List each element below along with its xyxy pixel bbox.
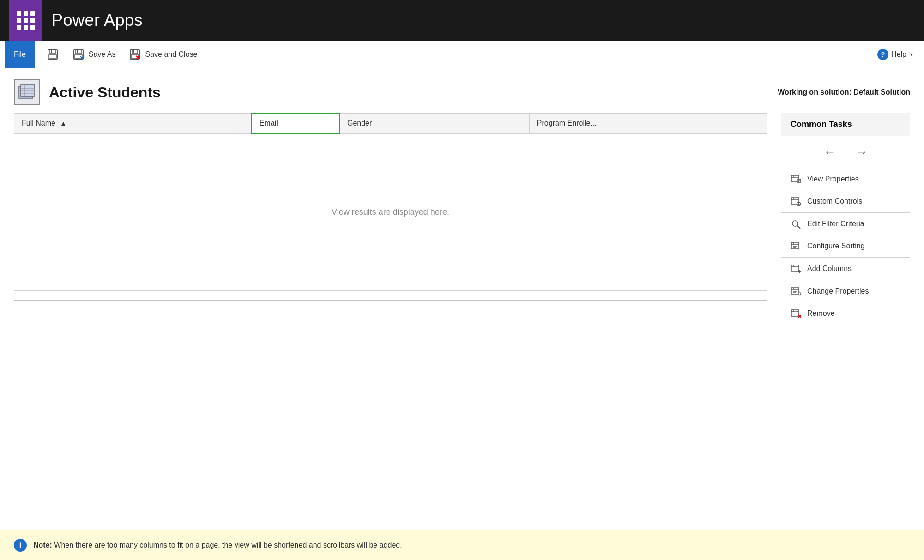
svg-rect-7 (77, 50, 78, 53)
dot (24, 25, 28, 30)
file-button[interactable]: File (5, 41, 35, 68)
col-header-email[interactable]: Email (252, 113, 339, 133)
add-columns-icon (791, 263, 802, 274)
save-as-label: Save As (89, 50, 116, 59)
svg-line-33 (797, 226, 801, 229)
svg-rect-10 (132, 50, 138, 54)
app-grid-icon (9, 0, 42, 41)
svg-rect-12 (133, 50, 134, 53)
empty-table-text: View results are displayed here. (332, 207, 449, 217)
svg-rect-0 (48, 50, 57, 59)
table-footer-line (14, 300, 767, 301)
task-section-3: Add Columns (781, 258, 910, 280)
nav-forward-button[interactable]: → (855, 145, 868, 159)
dot (24, 18, 28, 23)
nav-arrows: ← → (781, 136, 910, 168)
dot (30, 18, 35, 23)
col-header-gender[interactable]: Gender (339, 113, 529, 133)
svg-rect-3 (51, 50, 52, 53)
help-icon: ? (877, 49, 888, 60)
grid-dots (17, 11, 35, 30)
dot (17, 25, 21, 30)
edit-filter-button[interactable]: Edit Filter Criteria (781, 213, 910, 235)
task-section-2: Edit Filter Criteria Configure Sorting (781, 213, 910, 258)
save-and-close-button[interactable]: Save and Close (122, 43, 204, 66)
view-properties-icon (791, 174, 802, 185)
remove-icon (791, 308, 802, 319)
help-button[interactable]: ? Help ▾ (871, 45, 919, 64)
change-properties-button[interactable]: Change Properties (781, 280, 910, 302)
remove-button[interactable]: Remove (781, 302, 910, 325)
nav-back-button[interactable]: ← (823, 145, 836, 159)
save-icon (46, 48, 59, 61)
svg-point-32 (792, 221, 798, 226)
empty-table-area: View results are displayed here. (14, 134, 767, 291)
sort-arrow-fullname: ▲ (60, 120, 66, 127)
task-section-4: Change Properties Remove (781, 280, 910, 325)
help-dropdown-icon: ▾ (910, 51, 913, 58)
svg-rect-39 (791, 265, 799, 271)
dot (30, 25, 35, 30)
svg-point-8 (81, 57, 84, 60)
solution-text: Working on solution: Default Solution (778, 88, 910, 96)
page-header: Active Students Working on solution: Def… (0, 68, 924, 113)
note-bar: i Note: When there are too many columns … (0, 530, 924, 560)
col-header-fullname[interactable]: Full Name ▲ (14, 113, 252, 133)
svg-rect-34 (791, 242, 799, 249)
configure-sorting-label: Configure Sorting (807, 242, 865, 250)
add-columns-label: Add Columns (807, 265, 852, 273)
configure-sorting-icon (791, 241, 802, 252)
save-as-button[interactable]: Save As (66, 43, 122, 66)
dot (24, 11, 28, 16)
remove-label: Remove (807, 309, 835, 318)
table-area: Full Name ▲ Email Gender Program Enrolle… (14, 113, 767, 530)
custom-controls-label: Custom Controls (807, 197, 862, 205)
app-title: Power Apps (52, 11, 143, 30)
custom-controls-icon (791, 196, 802, 207)
svg-rect-5 (76, 50, 81, 54)
configure-sorting-button[interactable]: Configure Sorting (781, 235, 910, 257)
edit-filter-icon (791, 218, 802, 229)
page-title-area: Active Students (14, 79, 161, 105)
toolbar: File Save As (0, 41, 924, 68)
svg-rect-2 (49, 55, 56, 58)
main-content: Active Students Working on solution: Def… (0, 68, 924, 560)
dot (17, 11, 21, 16)
view-properties-label: View Properties (807, 175, 859, 183)
change-properties-label: Change Properties (807, 287, 869, 295)
save-close-label: Save and Close (145, 50, 197, 59)
common-tasks-header: Common Tasks (781, 113, 910, 136)
change-properties-icon (791, 286, 802, 297)
svg-rect-1 (50, 50, 55, 54)
save-button[interactable] (40, 43, 66, 66)
view-table: Full Name ▲ Email Gender Program Enrolle… (14, 113, 767, 134)
add-columns-button[interactable]: Add Columns (781, 258, 910, 280)
save-close-icon (128, 48, 141, 61)
common-tasks-panel: Common Tasks ← → Vi (781, 113, 910, 325)
edit-filter-label: Edit Filter Criteria (807, 220, 864, 228)
content-body: Full Name ▲ Email Gender Program Enrolle… (0, 113, 924, 530)
page-icon (14, 79, 40, 105)
svg-rect-44 (791, 288, 799, 294)
note-icon: i (14, 539, 27, 552)
note-text: Note: When there are too many columns to… (33, 541, 402, 549)
dot (17, 18, 21, 23)
col-header-program[interactable]: Program Enrolle... (529, 113, 767, 133)
svg-rect-21 (791, 175, 799, 182)
save-as-icon (72, 48, 85, 61)
help-label: Help (891, 50, 906, 59)
svg-rect-49 (791, 310, 799, 316)
svg-rect-16 (21, 84, 35, 96)
dot (30, 11, 35, 16)
page-title: Active Students (49, 84, 161, 101)
custom-controls-button[interactable]: Custom Controls (781, 190, 910, 212)
view-properties-button[interactable]: View Properties (781, 168, 910, 190)
svg-rect-26 (791, 198, 799, 204)
task-section-1: View Properties Custom Controls (781, 168, 910, 213)
top-header: Power Apps (0, 0, 924, 41)
note-bold: Note: (33, 541, 52, 549)
